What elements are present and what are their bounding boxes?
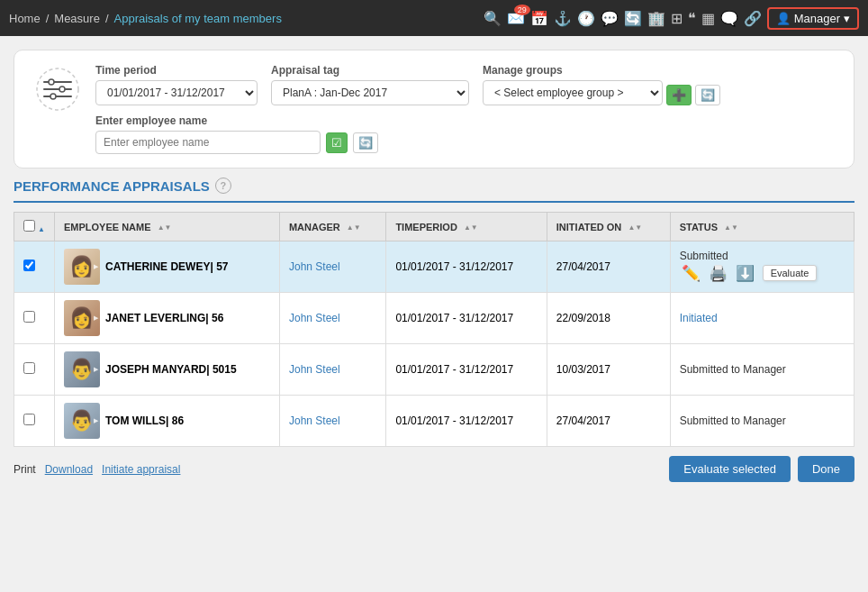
- refresh-group-button[interactable]: 🔄: [695, 85, 720, 105]
- employee-name-text: JANET LEVERLING| 56: [105, 312, 223, 324]
- row-checkbox[interactable]: [23, 414, 35, 425]
- timeperiod-cell: 01/01/2017 - 31/12/2017: [386, 241, 547, 293]
- clock-icon[interactable]: 🕐: [577, 10, 595, 27]
- grid-icon[interactable]: ⊞: [671, 10, 683, 27]
- download-row-button[interactable]: ⬇️: [734, 262, 756, 285]
- status-badge: Initiated: [680, 312, 718, 324]
- svg-point-4: [49, 79, 54, 85]
- calendar-icon[interactable]: 📅: [530, 10, 548, 27]
- sort-status-icon[interactable]: ▲▼: [724, 223, 738, 232]
- refresh-icon[interactable]: 🔄: [624, 10, 642, 27]
- time-period-label: Time period: [95, 64, 258, 77]
- employee-search-button[interactable]: ☑: [326, 132, 348, 153]
- th-manager: MANAGER ▲▼: [279, 213, 385, 241]
- row-select-cell: [14, 396, 55, 447]
- quote-icon[interactable]: ❝: [688, 10, 696, 27]
- initiated-on-cell: 10/03/2017: [547, 344, 670, 396]
- table-row: 👩CATHERINE DEWEY| 57John Steel01/01/2017…: [14, 241, 854, 293]
- time-period-group: Time period 01/01/2017 - 31/12/2017: [95, 64, 258, 105]
- employee-name-text: CATHERINE DEWEY| 57: [105, 260, 229, 273]
- breadcrumb-sep2: /: [105, 12, 109, 25]
- done-button[interactable]: Done: [798, 456, 854, 482]
- employee-name-cell: 👨JOSEPH MANYARD| 5015: [54, 344, 279, 396]
- manager-link[interactable]: John Steel: [289, 312, 340, 324]
- employee-name-cell: 👨TOM WILLS| 86: [54, 396, 279, 447]
- manager-link[interactable]: John Steel: [289, 363, 340, 376]
- breadcrumb-measure[interactable]: Measure: [54, 12, 100, 25]
- employee-clear-button[interactable]: 🔄: [353, 132, 378, 153]
- chat-icon[interactable]: 💬: [601, 10, 619, 27]
- sort-initiated-icon[interactable]: ▲▼: [628, 223, 642, 232]
- manager-link[interactable]: John Steel: [289, 414, 340, 427]
- print-link[interactable]: Print: [14, 463, 36, 476]
- appraisal-tag-select[interactable]: PlanA : Jan-Dec 2017: [271, 80, 469, 105]
- svg-point-5: [59, 87, 65, 92]
- email-icon[interactable]: ✉️ 29: [507, 10, 525, 27]
- anchor-icon[interactable]: ⚓: [554, 10, 572, 27]
- manager-chevron: ▾: [844, 12, 850, 25]
- breadcrumb: Home / Measure / Appraisals of my team m…: [9, 12, 282, 25]
- navbar-icons: 🔍 ✉️ 29 📅 ⚓ 🕐 💬 🔄 🏢 ⊞ ❝ ▦ 🗨️ 🔗 👤 Manager…: [484, 7, 859, 30]
- appraisal-tag-group: Appraisal tag PlanA : Jan-Dec 2017: [271, 64, 469, 105]
- link-icon[interactable]: 🔗: [744, 10, 762, 27]
- status-badge: Submitted: [680, 250, 728, 262]
- status-cell: Initiated: [670, 293, 854, 344]
- search-icon[interactable]: 🔍: [484, 10, 502, 27]
- initiate-appraisal-link[interactable]: Initiate appraisal: [102, 463, 180, 476]
- breadcrumb-home[interactable]: Home: [9, 12, 41, 25]
- employee-name-input[interactable]: [95, 131, 321, 154]
- row-checkbox[interactable]: [23, 311, 35, 323]
- th-employee-name: EMPLOYEE NAME ▲▼: [54, 213, 279, 241]
- row-checkbox[interactable]: [23, 362, 35, 374]
- employee-avatar: 👨: [64, 403, 100, 439]
- timeperiod-cell: 01/01/2017 - 31/12/2017: [386, 293, 547, 344]
- sort-employee-icon[interactable]: ▲▼: [158, 223, 172, 232]
- appraisals-table: ▲ EMPLOYEE NAME ▲▼ MANAGER ▲▼ TIMEPERIOD…: [14, 212, 854, 447]
- employee-name-cell: 👩CATHERINE DEWEY| 57: [54, 241, 279, 293]
- notification-badge: 29: [514, 5, 530, 15]
- manager-cell: John Steel: [279, 396, 385, 447]
- manager-button[interactable]: 👤 Manager ▾: [767, 7, 859, 30]
- status-badge: Submitted to Manager: [680, 414, 786, 427]
- row-select-cell: [14, 241, 55, 293]
- table-row: 👩JANET LEVERLING| 56John Steel01/01/2017…: [14, 293, 854, 344]
- select-all-checkbox[interactable]: [23, 220, 35, 232]
- time-period-select[interactable]: 01/01/2017 - 31/12/2017: [95, 80, 258, 105]
- org-icon[interactable]: 🏢: [647, 10, 665, 27]
- table-icon[interactable]: ▦: [701, 10, 715, 27]
- manager-cell: John Steel: [279, 241, 385, 293]
- sort-manager-icon[interactable]: ▲▼: [347, 223, 361, 232]
- manager-cell: John Steel: [279, 293, 385, 344]
- download-link[interactable]: Download: [45, 463, 93, 476]
- footer-left: Print Download Initiate appraisal: [14, 463, 180, 476]
- row-select-cell: [14, 344, 55, 396]
- manage-groups-select[interactable]: < Select employee group >: [483, 80, 663, 105]
- table-row: 👨TOM WILLS| 86John Steel01/01/2017 - 31/…: [14, 396, 854, 447]
- status-cell: Submitted✏️🖨️⬇️Evaluate: [670, 241, 854, 293]
- sort-timeperiod-icon[interactable]: ▲▼: [464, 223, 478, 232]
- add-group-button[interactable]: ➕: [666, 85, 692, 105]
- main-content: PERFORMANCE APPRAISALS ? ▲ EMPLOYEE NAME…: [0, 178, 868, 496]
- row-checkbox[interactable]: [23, 260, 35, 271]
- status-cell: Submitted to Manager: [670, 344, 854, 396]
- select-all-th: ▲: [14, 213, 55, 241]
- manager-link[interactable]: John Steel: [289, 260, 340, 273]
- edit-button[interactable]: ✏️: [680, 262, 702, 285]
- evaluate-tooltip: Evaluate: [763, 265, 818, 281]
- filter-row-1: Time period 01/01/2017 - 31/12/2017 Appr…: [95, 64, 836, 105]
- filter-row-2: Enter employee name ☑ 🔄: [95, 114, 836, 154]
- employee-avatar: 👩: [64, 249, 100, 285]
- help-icon[interactable]: ?: [215, 178, 231, 194]
- manager-cell: John Steel: [279, 344, 385, 396]
- employee-name-group: Enter employee name ☑ 🔄: [95, 114, 378, 154]
- message-icon[interactable]: 🗨️: [720, 10, 738, 27]
- th-status: STATUS ▲▼: [670, 213, 854, 241]
- evaluate-selected-button[interactable]: Evaluate selected: [669, 456, 791, 482]
- initiated-on-cell: 27/04/2017: [547, 241, 670, 293]
- employee-name-text: JOSEPH MANYARD| 5015: [105, 363, 237, 376]
- employee-name-cell: 👩JANET LEVERLING| 56: [54, 293, 279, 344]
- print-row-button[interactable]: 🖨️: [707, 262, 729, 285]
- table-header: ▲ EMPLOYEE NAME ▲▼ MANAGER ▲▼ TIMEPERIOD…: [14, 213, 854, 241]
- manage-groups-label: Manage groups: [483, 64, 720, 77]
- status-badge: Submitted to Manager: [680, 363, 786, 376]
